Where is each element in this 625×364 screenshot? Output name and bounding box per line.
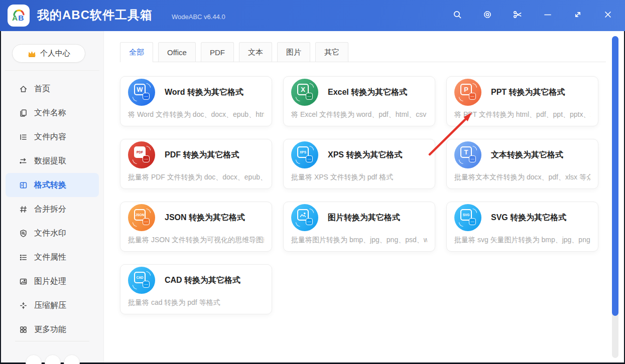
convert-arrow-icon	[133, 222, 137, 227]
card-head: SVG…SVG 转换为其它格式	[454, 204, 590, 231]
convert-arrow-icon	[472, 146, 477, 150]
gear-icon	[482, 10, 492, 22]
convert-arrow-icon	[459, 97, 463, 101]
app-logo-icon: A B	[8, 5, 30, 27]
tool-card-pdf[interactable]: PDF…PDF 转换为其它格式批量将 PDF 文件转换为 doc、docx、ep…	[120, 139, 272, 189]
convert-arrow-icon	[309, 83, 314, 88]
sidebar-item-file-content[interactable]: 文件内容	[6, 125, 99, 149]
image-process-icon	[19, 277, 28, 286]
crown-icon	[27, 50, 37, 58]
tab-image[interactable]: 图片	[277, 42, 310, 62]
sidebar-bottom-button-3[interactable]	[64, 354, 80, 364]
card-head: CAD…CAD 转换为其它格式	[128, 267, 264, 294]
settings-button[interactable]	[478, 7, 496, 25]
sidebar-item-home[interactable]: 首页	[6, 77, 99, 101]
tab-label: 文本	[248, 48, 263, 57]
tool-card-excel[interactable]: X…Excel 转换为其它格式将 Excel 文件转换为 word、pdf、ht…	[283, 76, 435, 126]
sidebar-bottom-button-1[interactable]	[26, 354, 42, 364]
card-description: 批量将图片转换为 bmp、jpg、png、psd、we	[291, 236, 427, 245]
tool-card-svg[interactable]: SVG…SVG 转换为其它格式批量将 svg 矢量图片转换为 bmp、jpg、p…	[446, 202, 598, 252]
convert-arrow-icon	[133, 97, 137, 101]
tool-card-text[interactable]: T…文本转换为其它格式批量将文本文件转换为 docx、pdf、xlsx 等众多	[446, 139, 598, 189]
image-convert-icon: …	[291, 204, 318, 231]
word-convert-icon: W…	[128, 79, 155, 106]
sidebar-item-merge-split[interactable]: 合并拆分	[6, 197, 99, 221]
search-icon	[452, 10, 462, 22]
maximize-button[interactable]	[569, 7, 587, 25]
sidebar-item-label: 合并拆分	[34, 204, 66, 215]
search-button[interactable]	[448, 7, 466, 25]
file-content-icon	[19, 132, 28, 141]
tool-card-cad[interactable]: CAD…CAD 转换为其它格式批量将 cad 转换为 pdf 等格式	[120, 264, 272, 314]
xps-convert-icon: XPS…	[291, 141, 318, 168]
maximize-icon	[573, 10, 583, 22]
tab-office[interactable]: Office	[158, 42, 196, 62]
scrollbar-thumb[interactable]	[612, 36, 618, 316]
sidebar-divider	[5, 70, 99, 71]
category-tabbar: 全部OfficePDF文本图片其它	[120, 42, 606, 62]
text-convert-icon: T…	[454, 141, 481, 168]
sidebar-bottom-button-2[interactable]	[45, 354, 61, 364]
card-title: 图片转换为其它格式	[328, 213, 400, 223]
convert-arrow-icon	[309, 146, 314, 150]
tool-card-grid: W…Word 转换为其它格式将 Word 文件转换为 doc、docx、epub…	[120, 76, 624, 314]
app-version: WodeABC v6.44.0	[172, 13, 225, 21]
watermark-icon	[19, 229, 28, 238]
card-title: SVG 转换为其它格式	[491, 213, 566, 223]
card-description: 批量将 svg 矢量图片转换为 bmp、jpg、png、	[454, 236, 590, 245]
app-title: 我的ABC软件工具箱	[37, 7, 153, 23]
card-title: PPT 转换为其它格式	[491, 87, 565, 98]
card-title: Word 转换为其它格式	[165, 87, 243, 98]
main-content: 全部OfficePDF文本图片其它 W…Word 转换为其它格式将 Word 文…	[104, 31, 624, 362]
card-title: JSON 转换为其它格式	[165, 213, 245, 223]
card-description: 批量将文本文件转换为 docx、pdf、xlsx 等众多	[454, 173, 590, 182]
tool-card-image[interactable]: …图片转换为其它格式批量将图片转换为 bmp、jpg、png、psd、we	[283, 202, 435, 252]
sidebar-bottom-divider	[15, 341, 89, 341]
sidebar-item-label: 图片处理	[34, 276, 66, 287]
sidebar: 个人中心 首页文件名称文件内容数据提取格式转换合并拆分文件水印文件属性图片处理压…	[1, 31, 104, 362]
tool-card-word[interactable]: W…Word 转换为其它格式将 Word 文件转换为 doc、docx、epub…	[120, 76, 272, 126]
tool-card-xps[interactable]: XPS…XPS 转换为其它格式批量将 XPS 文件转换为 pdf 格式	[283, 139, 435, 189]
card-title: CAD 转换为其它格式	[165, 275, 240, 286]
card-title: 文本转换为其它格式	[491, 150, 563, 160]
scrollbar-track[interactable]	[612, 36, 618, 358]
card-title: XPS 转换为其它格式	[328, 150, 402, 160]
tool-card-ppt[interactable]: P…PPT 转换为其它格式将 PPT 文件转换为 html、pdf、ppt、pp…	[446, 76, 598, 126]
tool-card-json[interactable]: JSON…JSON 转换为其它格式批量将 JSON 文件转换为可视化的思维导图或…	[120, 202, 272, 252]
close-button[interactable]	[599, 7, 617, 25]
svg-convert-icon: SVG…	[454, 204, 481, 231]
more-grid-icon	[19, 325, 28, 334]
card-description: 批量将 PDF 文件转换为 doc、docx、epub、ht	[128, 173, 264, 182]
sidebar-item-compress[interactable]: 压缩解压	[6, 293, 99, 317]
sidebar-item-label: 文件名称	[34, 108, 66, 118]
sidebar-item-format-convert[interactable]: 格式转换	[6, 173, 99, 197]
card-head: X…Excel 转换为其它格式	[291, 79, 427, 106]
profile-center-button[interactable]: 个人中心	[12, 44, 85, 63]
sidebar-item-file-name[interactable]: 文件名称	[6, 101, 99, 125]
tab-pdf[interactable]: PDF	[201, 42, 234, 62]
card-badge-text: JSON	[136, 213, 145, 217]
sidebar-item-more[interactable]: 更多功能	[6, 317, 99, 341]
convert-arrow-icon	[133, 285, 137, 289]
convert-arrow-icon	[133, 159, 137, 164]
card-head: JSON…JSON 转换为其它格式	[128, 204, 264, 231]
sidebar-item-image-process[interactable]: 图片处理	[6, 269, 99, 293]
card-badge-text: SVG	[463, 213, 470, 217]
app-window: A B 我的ABC软件工具箱 WodeABC v6.44.0 个人中心 首页文件…	[0, 0, 625, 364]
sidebar-item-data-extract[interactable]: 数据提取	[6, 149, 99, 173]
tab-all[interactable]: 全部	[120, 42, 153, 62]
minimize-button[interactable]	[539, 7, 557, 25]
sidebar-item-file-props[interactable]: 文件属性	[6, 245, 99, 269]
tab-label: 全部	[129, 48, 144, 57]
snip-button[interactable]	[509, 7, 527, 25]
merge-split-icon	[19, 205, 28, 214]
tab-other[interactable]: 其它	[315, 42, 348, 62]
profile-center-label: 个人中心	[40, 49, 70, 58]
sidebar-item-watermark[interactable]: 文件水印	[6, 221, 99, 245]
card-title: Excel 转换为其它格式	[328, 87, 407, 98]
format-convert-icon	[19, 180, 28, 190]
svg-text:B: B	[18, 14, 24, 22]
card-badge-text: CAD	[136, 276, 143, 279]
tab-text[interactable]: 文本	[239, 42, 272, 62]
card-head: PDF…PDF 转换为其它格式	[128, 141, 264, 168]
